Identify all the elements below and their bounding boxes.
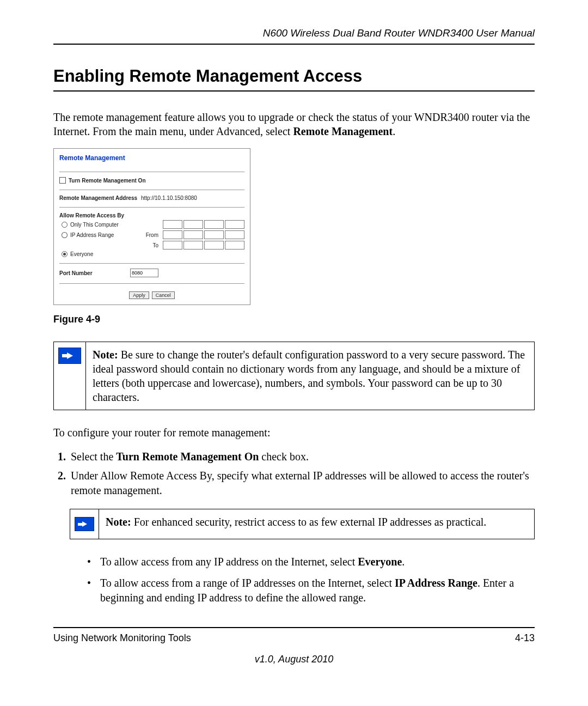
b2-b: IP Address Range xyxy=(395,577,477,589)
footer-version: v1.0, August 2010 xyxy=(53,654,535,665)
radio-only-this-computer[interactable] xyxy=(62,222,68,228)
ip-octet-input[interactable] xyxy=(163,241,182,249)
footer-rule xyxy=(53,627,535,628)
note-box-security: Note: For enhanced security, restrict ac… xyxy=(70,509,535,539)
to-label: To xyxy=(140,242,161,248)
radio-everyone[interactable] xyxy=(62,251,68,257)
address-label: Remote Management Address xyxy=(59,195,141,201)
allow-access-label: Allow Remote Access By xyxy=(59,212,244,218)
radio-everyone-label: Everyone xyxy=(70,251,93,257)
ip-group-only xyxy=(163,220,244,229)
arrow-right-icon xyxy=(75,517,94,531)
b2-a: To allow access from a range of IP addre… xyxy=(100,577,395,589)
ip-octet-input[interactable] xyxy=(225,220,244,229)
ip-octet-input[interactable] xyxy=(163,220,182,229)
section-title: Enabling Remote Management Access xyxy=(53,66,535,86)
port-label: Port Number xyxy=(59,270,130,276)
ip-octet-input[interactable] xyxy=(204,230,224,239)
header-rule xyxy=(53,44,535,45)
radio-only-label: Only This Computer xyxy=(70,222,141,228)
from-label: From xyxy=(140,232,161,238)
note-box-password: Note: Be sure to change the router's def… xyxy=(53,342,535,410)
steps-list: Select the Turn Remote Management On che… xyxy=(53,449,535,498)
note-text: Note: For enhanced security, restrict ac… xyxy=(99,509,493,539)
note-text: Note: Be sure to change the router's def… xyxy=(86,342,534,410)
step-1-b: Turn Remote Management On xyxy=(116,451,259,462)
turn-on-label: Turn Remote Management On xyxy=(69,178,146,184)
ip-octet-input[interactable] xyxy=(204,241,224,249)
note-label: Note: xyxy=(93,349,118,361)
address-value: http://10.1.10.150:8080 xyxy=(141,195,197,201)
remote-management-screenshot: Remote Management Turn Remote Management… xyxy=(53,148,250,305)
note-icon-cell xyxy=(70,509,99,539)
bullet-ip-range: To allow access from a range of IP addre… xyxy=(87,576,535,605)
step-1-a: Select the xyxy=(71,451,116,462)
ip-octet-input[interactable] xyxy=(183,230,203,239)
footer-section: Using Network Monitoring Tools xyxy=(53,632,191,644)
ip-octet-input[interactable] xyxy=(225,230,244,239)
note-label: Note: xyxy=(106,516,131,528)
port-input[interactable] xyxy=(130,269,158,277)
manual-title-header: N600 Wireless Dual Band Router WNDR3400 … xyxy=(53,27,535,39)
note-body: Be sure to change the router's default c… xyxy=(93,349,525,403)
ip-group-to xyxy=(163,241,244,249)
arrow-right-icon xyxy=(58,348,81,364)
ip-octet-input[interactable] xyxy=(225,241,244,249)
radio-ip-range[interactable] xyxy=(62,232,68,238)
configure-intro: To configure your router for remote mana… xyxy=(53,425,535,440)
b1-b: Everyone xyxy=(358,556,402,568)
radio-range-label: IP Address Range xyxy=(70,232,140,238)
b1-c: . xyxy=(402,556,405,568)
intro-text-2: . xyxy=(393,125,395,137)
apply-button[interactable]: Apply xyxy=(129,291,149,299)
cancel-button[interactable]: Cancel xyxy=(152,291,175,299)
bullet-everyone: To allow access from any IP address on t… xyxy=(87,555,535,569)
intro-paragraph: The remote management feature allows you… xyxy=(53,110,535,138)
intro-bold: Remote Management xyxy=(293,125,393,137)
ip-group-from xyxy=(163,230,244,239)
ip-octet-input[interactable] xyxy=(183,220,203,229)
ip-octet-input[interactable] xyxy=(163,230,182,239)
b1-a: To allow access from any IP address on t… xyxy=(100,556,358,568)
figure-caption: Figure 4-9 xyxy=(53,314,535,325)
footer-page: 4-13 xyxy=(515,632,535,644)
note-icon-cell xyxy=(54,342,86,410)
panel-title: Remote Management xyxy=(59,154,244,162)
title-rule xyxy=(53,90,535,92)
intro-text-1: The remote management feature allows you… xyxy=(53,111,530,137)
step-2: Under Allow Remote Access By, specify wh… xyxy=(69,468,535,498)
step-1-c: check box. xyxy=(259,451,309,462)
turn-on-checkbox[interactable] xyxy=(59,177,66,184)
footer-row: Using Network Monitoring Tools 4-13 xyxy=(53,632,535,644)
note-body: For enhanced security, restrict access t… xyxy=(131,516,487,528)
bullet-list: To allow access from any IP address on t… xyxy=(53,555,535,605)
step-1: Select the Turn Remote Management On che… xyxy=(69,449,535,464)
ip-octet-input[interactable] xyxy=(183,241,203,249)
ip-octet-input[interactable] xyxy=(204,220,224,229)
